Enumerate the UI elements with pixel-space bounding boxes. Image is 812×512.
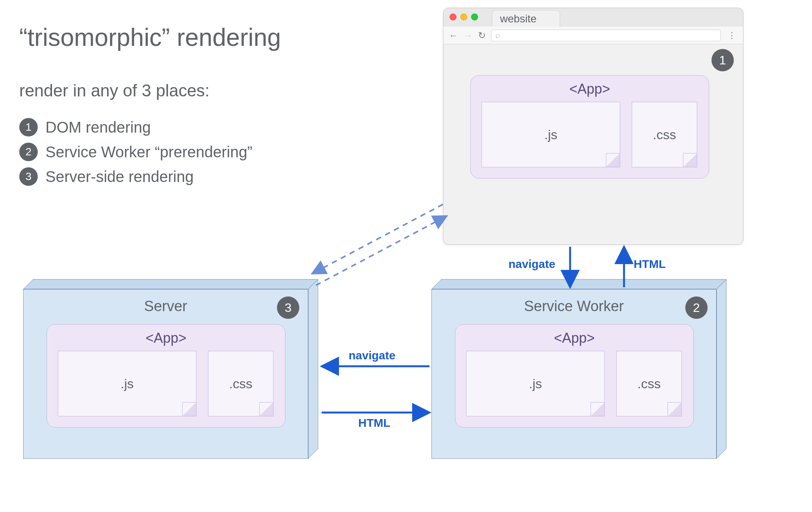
traffic-lights: [450, 13, 478, 20]
css-file: .css: [616, 351, 682, 416]
dogear-icon: [668, 402, 681, 416]
js-file: .js: [466, 351, 605, 416]
menu-icon: ⋮: [726, 30, 738, 40]
list-item: 1 DOM rendering: [19, 118, 252, 136]
sw-badge: 2: [685, 296, 708, 319]
arrow-dashed-to-server: [312, 204, 443, 274]
files-row: .js .css: [58, 351, 274, 416]
dogear-icon: [606, 153, 620, 167]
maximize-icon: [471, 13, 478, 20]
app-card: <App> .js .css: [455, 324, 694, 428]
css-file: .css: [632, 102, 697, 167]
server-title: Server: [23, 290, 308, 315]
reload-icon: ↻: [478, 30, 486, 41]
browser-window: website ← → ↻ ⌕ ⋮ 1 <App> .js .css: [443, 8, 743, 245]
js-file: .js: [58, 351, 196, 416]
js-label: .js: [529, 376, 542, 391]
url-bar: ⌕: [491, 30, 721, 41]
minimize-icon: [460, 13, 467, 20]
list-label: DOM rendering: [45, 119, 151, 136]
places-list: 1 DOM rendering 2 Service Worker “preren…: [19, 112, 252, 192]
sw-title: Service Worker: [432, 290, 716, 315]
forward-icon: →: [463, 30, 473, 41]
browser-toolbar: ← → ↻ ⌕ ⋮: [443, 27, 743, 44]
diagram-subtitle: render in any of 3 places:: [19, 81, 210, 100]
js-label: .js: [544, 127, 557, 142]
app-label: <App>: [58, 330, 274, 346]
files-row: .js .css: [466, 351, 683, 416]
browser-titlebar: website: [443, 8, 743, 27]
list-label: Service Worker “prerendering”: [45, 143, 252, 161]
browser-tab: website: [492, 10, 560, 27]
label-html-right: HTML: [358, 416, 390, 429]
css-label: .css: [229, 376, 252, 391]
files-row: .js .css: [481, 102, 698, 167]
list-item: 3 Server-side rendering: [19, 167, 252, 186]
dogear-icon: [683, 153, 697, 167]
dogear-icon: [182, 402, 196, 416]
app-card: <App> .js .css: [47, 324, 285, 428]
server-badge: 3: [277, 296, 299, 319]
service-worker-box: Service Worker 2 <App> .js .css: [431, 289, 716, 459]
js-file: .js: [481, 102, 620, 167]
js-label: .js: [121, 376, 134, 391]
browser-viewport: <App> .js .css: [443, 44, 743, 244]
app-card: <App> .js .css: [470, 75, 709, 179]
list-badge-3: 3: [19, 167, 38, 186]
app-label: <App>: [481, 81, 698, 97]
css-label: .css: [638, 376, 661, 391]
server-box: Server 3 <App> .js .css: [23, 289, 308, 459]
css-file: .css: [208, 351, 273, 416]
label-html-up: HTML: [634, 258, 666, 271]
app-label: <App>: [466, 330, 683, 346]
dogear-icon: [259, 402, 273, 416]
search-icon: ⌕: [495, 31, 500, 40]
css-label: .css: [653, 127, 676, 142]
list-label: Server-side rendering: [45, 168, 194, 185]
back-icon: ←: [449, 30, 458, 41]
label-navigate-left: navigate: [349, 349, 396, 362]
list-badge-1: 1: [19, 118, 38, 136]
label-navigate-down: navigate: [508, 258, 555, 271]
close-icon: [450, 13, 456, 20]
diagram-title: “trisomorphic” rendering: [19, 23, 281, 52]
list-badge-2: 2: [19, 143, 38, 161]
list-item: 2 Service Worker “prerendering”: [19, 143, 252, 161]
dogear-icon: [591, 402, 604, 416]
arrow-dashed-to-browser: [316, 216, 447, 285]
